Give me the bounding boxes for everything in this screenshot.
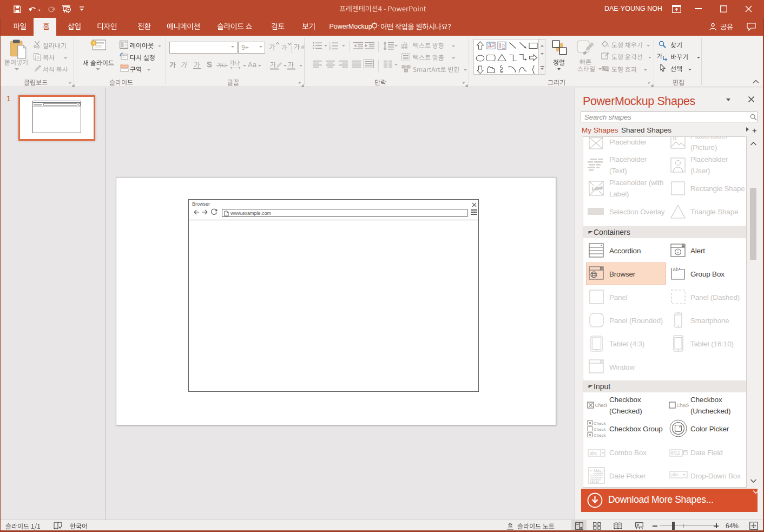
svg-text:8/12: 8/12 bbox=[671, 450, 680, 456]
svg-text:< May >: < May > bbox=[590, 468, 605, 473]
svg-text:abc: abc bbox=[671, 472, 679, 477]
svg-text:Check: Check bbox=[677, 403, 689, 408]
svg-text:abc: abc bbox=[590, 450, 597, 456]
svg-text:Check: Check bbox=[594, 433, 607, 438]
svg-text:Check: Check bbox=[595, 403, 608, 408]
svg-text:ab: ab bbox=[673, 266, 679, 272]
svg-text:Check: Check bbox=[594, 421, 607, 426]
svg-text:Check: Check bbox=[594, 427, 607, 432]
svg-text:3: 3 bbox=[329, 48, 331, 50]
